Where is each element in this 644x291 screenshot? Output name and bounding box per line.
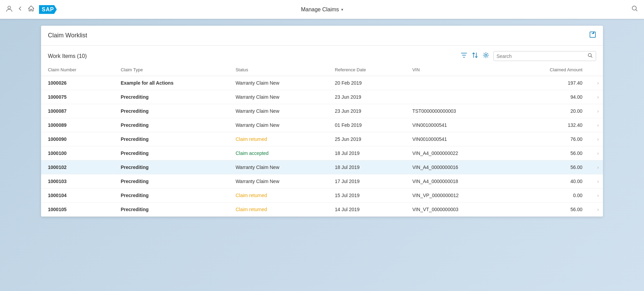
cell-claim-number: 1000089 [41, 118, 114, 132]
cell-nav-arrow[interactable]: › [589, 90, 603, 104]
cell-claimed-amount: 56.00 [509, 203, 589, 217]
cell-claim-number: 1000100 [41, 146, 114, 160]
cell-status: Claim accepted [229, 146, 328, 160]
cell-nav-arrow[interactable]: › [589, 146, 603, 160]
col-reference-date: Reference Date [328, 64, 405, 76]
table-row[interactable]: 1000102 Precrediting Warranty Claim New … [41, 160, 603, 174]
cell-reference-date: 20 Feb 2019 [328, 76, 405, 90]
claims-table: Claim Number Claim Type Status Reference… [41, 64, 603, 217]
col-nav [589, 64, 603, 76]
cell-claim-type: Precrediting [114, 160, 229, 174]
app-header: SAP Manage Claims ▾ [0, 0, 644, 19]
table-row[interactable]: 1000087 Precrediting Warranty Claim New … [41, 104, 603, 118]
cell-reference-date: 18 Jul 2019 [328, 146, 405, 160]
header-left: SAP [5, 5, 57, 14]
cell-vin: TST0000000000003 [405, 104, 509, 118]
cell-claimed-amount: 94.00 [509, 90, 589, 104]
cell-nav-arrow[interactable]: › [589, 189, 603, 203]
settings-icon[interactable] [482, 52, 489, 60]
col-claimed-amount: Claimed Amount [509, 64, 589, 76]
app-title: Manage Claims [301, 7, 339, 13]
table-row[interactable]: 1000090 Precrediting Claim returned 25 J… [41, 132, 603, 146]
cell-reference-date: 23 Jun 2019 [328, 104, 405, 118]
table-header: Claim Number Claim Type Status Reference… [41, 64, 603, 76]
table-row[interactable]: 1000026 Example for all Actions Warranty… [41, 76, 603, 90]
cell-status: Claim returned [229, 203, 328, 217]
sort-icon[interactable] [472, 52, 478, 60]
cell-vin: VIN_A4_0000000016 [405, 160, 509, 174]
svg-point-0 [8, 6, 11, 9]
search-box [493, 51, 596, 61]
cell-status: Warranty Claim New [229, 90, 328, 104]
table-row[interactable]: 1000075 Precrediting Warranty Claim New … [41, 90, 603, 104]
col-claim-type: Claim Type [114, 64, 229, 76]
cell-status: Claim returned [229, 189, 328, 203]
cell-claimed-amount: 40.00 [509, 174, 589, 189]
col-claim-number: Claim Number [41, 64, 114, 76]
cell-claimed-amount: 197.40 [509, 76, 589, 90]
cell-claim-number: 1000103 [41, 174, 114, 189]
cell-claim-type: Precrediting [114, 203, 229, 217]
col-status: Status [229, 64, 328, 76]
header-title-area: Manage Claims ▾ [301, 7, 343, 13]
table-row[interactable]: 1000100 Precrediting Claim accepted 18 J… [41, 146, 603, 160]
svg-rect-2 [590, 32, 595, 37]
work-items-label: Work Items (10) [48, 53, 87, 59]
cell-nav-arrow[interactable]: › [589, 160, 603, 174]
cell-reference-date: 15 Jul 2019 [328, 189, 405, 203]
cell-claim-number: 1000105 [41, 203, 114, 217]
cell-nav-arrow[interactable]: › [589, 174, 603, 189]
svg-point-3 [485, 54, 487, 56]
cell-vin: VIN_VT_0000000003 [405, 203, 509, 217]
cell-nav-arrow[interactable]: › [589, 203, 603, 217]
cell-claimed-amount: 56.00 [509, 146, 589, 160]
worklist-card: Claim Worklist Work Items (10) [41, 26, 603, 217]
cell-status: Claim returned [229, 132, 328, 146]
cell-vin: VIN_VP_0000000012 [405, 189, 509, 203]
table-row[interactable]: 1000103 Precrediting Warranty Claim New … [41, 174, 603, 189]
cell-nav-arrow[interactable]: › [589, 104, 603, 118]
share-icon[interactable] [589, 31, 596, 40]
cell-claim-type: Example for all Actions [114, 76, 229, 90]
cell-claimed-amount: 20.00 [509, 104, 589, 118]
toolbar-actions [461, 51, 596, 61]
cell-reference-date: 17 Jul 2019 [328, 174, 405, 189]
header-right [631, 5, 639, 14]
search-input[interactable] [497, 53, 588, 59]
cell-claim-type: Precrediting [114, 189, 229, 203]
main-content: Claim Worklist Work Items (10) [0, 19, 644, 223]
table-toolbar: Work Items (10) [41, 46, 603, 64]
chevron-down-icon[interactable]: ▾ [341, 7, 343, 12]
cell-reference-date: 18 Jul 2019 [328, 160, 405, 174]
cell-nav-arrow[interactable]: › [589, 118, 603, 132]
cell-claim-number: 1000075 [41, 90, 114, 104]
table-row[interactable]: 1000105 Precrediting Claim returned 14 J… [41, 203, 603, 217]
cell-claim-type: Precrediting [114, 174, 229, 189]
cell-claim-number: 1000090 [41, 132, 114, 146]
cell-claim-number: 1000104 [41, 189, 114, 203]
cell-claim-type: Precrediting [114, 146, 229, 160]
table-row[interactable]: 1000089 Precrediting Warranty Claim New … [41, 118, 603, 132]
cell-claim-type: Precrediting [114, 90, 229, 104]
cell-claim-type: Precrediting [114, 118, 229, 132]
header-search-icon[interactable] [631, 7, 639, 14]
col-vin: VIN [405, 64, 509, 76]
cell-reference-date: 01 Feb 2019 [328, 118, 405, 132]
home-icon[interactable] [27, 5, 35, 14]
cell-status: Warranty Claim New [229, 76, 328, 90]
table-row[interactable]: 1000104 Precrediting Claim returned 15 J… [41, 189, 603, 203]
cell-nav-arrow[interactable]: › [589, 132, 603, 146]
filter-icon[interactable] [461, 52, 467, 60]
user-icon[interactable] [5, 5, 13, 14]
cell-nav-arrow[interactable]: › [589, 76, 603, 90]
cell-vin [405, 90, 509, 104]
cell-vin: VIN0010000541 [405, 118, 509, 132]
cell-claim-type: Precrediting [114, 104, 229, 118]
cell-claim-number: 1000026 [41, 76, 114, 90]
back-icon[interactable] [17, 5, 23, 13]
cell-claimed-amount: 132.40 [509, 118, 589, 132]
cell-reference-date: 23 Jun 2019 [328, 90, 405, 104]
table-body: 1000026 Example for all Actions Warranty… [41, 76, 603, 217]
search-button[interactable] [588, 53, 593, 59]
cell-reference-date: 25 Jun 2019 [328, 132, 405, 146]
